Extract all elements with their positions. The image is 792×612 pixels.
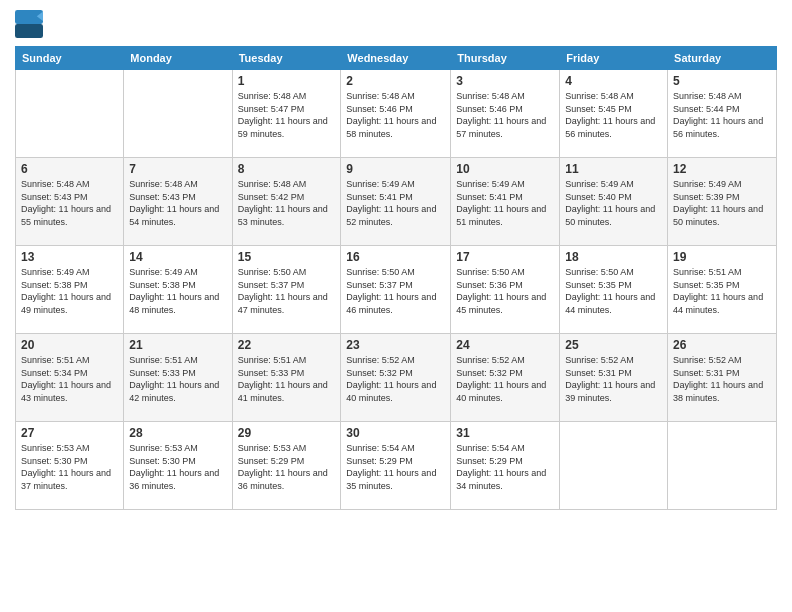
calendar-cell: 21Sunrise: 5:51 AM Sunset: 5:33 PM Dayli… (124, 334, 232, 422)
calendar-cell: 14Sunrise: 5:49 AM Sunset: 5:38 PM Dayli… (124, 246, 232, 334)
calendar-cell: 20Sunrise: 5:51 AM Sunset: 5:34 PM Dayli… (16, 334, 124, 422)
calendar-cell: 16Sunrise: 5:50 AM Sunset: 5:37 PM Dayli… (341, 246, 451, 334)
day-info: Sunrise: 5:48 AM Sunset: 5:45 PM Dayligh… (565, 90, 662, 140)
day-info: Sunrise: 5:48 AM Sunset: 5:42 PM Dayligh… (238, 178, 336, 228)
calendar-cell: 5Sunrise: 5:48 AM Sunset: 5:44 PM Daylig… (668, 70, 777, 158)
day-info: Sunrise: 5:48 AM Sunset: 5:47 PM Dayligh… (238, 90, 336, 140)
calendar-cell (16, 70, 124, 158)
day-info: Sunrise: 5:48 AM Sunset: 5:44 PM Dayligh… (673, 90, 771, 140)
day-info: Sunrise: 5:53 AM Sunset: 5:29 PM Dayligh… (238, 442, 336, 492)
day-number: 17 (456, 250, 554, 264)
calendar-week-row: 27Sunrise: 5:53 AM Sunset: 5:30 PM Dayli… (16, 422, 777, 510)
calendar-cell: 1Sunrise: 5:48 AM Sunset: 5:47 PM Daylig… (232, 70, 341, 158)
calendar-cell: 26Sunrise: 5:52 AM Sunset: 5:31 PM Dayli… (668, 334, 777, 422)
calendar-cell: 17Sunrise: 5:50 AM Sunset: 5:36 PM Dayli… (451, 246, 560, 334)
day-number: 12 (673, 162, 771, 176)
calendar-cell: 22Sunrise: 5:51 AM Sunset: 5:33 PM Dayli… (232, 334, 341, 422)
calendar-cell: 23Sunrise: 5:52 AM Sunset: 5:32 PM Dayli… (341, 334, 451, 422)
day-number: 21 (129, 338, 226, 352)
day-number: 9 (346, 162, 445, 176)
calendar-week-row: 6Sunrise: 5:48 AM Sunset: 5:43 PM Daylig… (16, 158, 777, 246)
calendar-cell: 8Sunrise: 5:48 AM Sunset: 5:42 PM Daylig… (232, 158, 341, 246)
day-number: 18 (565, 250, 662, 264)
day-number: 15 (238, 250, 336, 264)
day-info: Sunrise: 5:48 AM Sunset: 5:43 PM Dayligh… (21, 178, 118, 228)
calendar-cell: 11Sunrise: 5:49 AM Sunset: 5:40 PM Dayli… (560, 158, 668, 246)
day-number: 23 (346, 338, 445, 352)
day-info: Sunrise: 5:52 AM Sunset: 5:32 PM Dayligh… (456, 354, 554, 404)
day-info: Sunrise: 5:48 AM Sunset: 5:46 PM Dayligh… (346, 90, 445, 140)
day-info: Sunrise: 5:48 AM Sunset: 5:43 PM Dayligh… (129, 178, 226, 228)
day-number: 14 (129, 250, 226, 264)
day-info: Sunrise: 5:49 AM Sunset: 5:38 PM Dayligh… (129, 266, 226, 316)
calendar-cell (668, 422, 777, 510)
day-info: Sunrise: 5:48 AM Sunset: 5:46 PM Dayligh… (456, 90, 554, 140)
header-day: Monday (124, 47, 232, 70)
day-number: 10 (456, 162, 554, 176)
day-info: Sunrise: 5:53 AM Sunset: 5:30 PM Dayligh… (129, 442, 226, 492)
header-row: SundayMondayTuesdayWednesdayThursdayFrid… (16, 47, 777, 70)
day-number: 7 (129, 162, 226, 176)
calendar-cell (560, 422, 668, 510)
day-number: 22 (238, 338, 336, 352)
day-number: 24 (456, 338, 554, 352)
calendar-header: SundayMondayTuesdayWednesdayThursdayFrid… (16, 47, 777, 70)
calendar-cell: 15Sunrise: 5:50 AM Sunset: 5:37 PM Dayli… (232, 246, 341, 334)
day-number: 5 (673, 74, 771, 88)
calendar-table: SundayMondayTuesdayWednesdayThursdayFrid… (15, 46, 777, 510)
calendar-cell: 10Sunrise: 5:49 AM Sunset: 5:41 PM Dayli… (451, 158, 560, 246)
calendar-body: 1Sunrise: 5:48 AM Sunset: 5:47 PM Daylig… (16, 70, 777, 510)
calendar-cell: 28Sunrise: 5:53 AM Sunset: 5:30 PM Dayli… (124, 422, 232, 510)
day-number: 29 (238, 426, 336, 440)
calendar-cell: 9Sunrise: 5:49 AM Sunset: 5:41 PM Daylig… (341, 158, 451, 246)
calendar-cell: 7Sunrise: 5:48 AM Sunset: 5:43 PM Daylig… (124, 158, 232, 246)
day-number: 16 (346, 250, 445, 264)
day-info: Sunrise: 5:52 AM Sunset: 5:32 PM Dayligh… (346, 354, 445, 404)
header (15, 10, 777, 38)
calendar-cell: 27Sunrise: 5:53 AM Sunset: 5:30 PM Dayli… (16, 422, 124, 510)
calendar-cell: 2Sunrise: 5:48 AM Sunset: 5:46 PM Daylig… (341, 70, 451, 158)
day-info: Sunrise: 5:51 AM Sunset: 5:35 PM Dayligh… (673, 266, 771, 316)
header-day: Sunday (16, 47, 124, 70)
day-number: 11 (565, 162, 662, 176)
calendar-cell: 25Sunrise: 5:52 AM Sunset: 5:31 PM Dayli… (560, 334, 668, 422)
day-number: 13 (21, 250, 118, 264)
day-info: Sunrise: 5:51 AM Sunset: 5:33 PM Dayligh… (129, 354, 226, 404)
day-info: Sunrise: 5:49 AM Sunset: 5:39 PM Dayligh… (673, 178, 771, 228)
day-info: Sunrise: 5:49 AM Sunset: 5:40 PM Dayligh… (565, 178, 662, 228)
calendar-week-row: 13Sunrise: 5:49 AM Sunset: 5:38 PM Dayli… (16, 246, 777, 334)
day-info: Sunrise: 5:52 AM Sunset: 5:31 PM Dayligh… (565, 354, 662, 404)
day-info: Sunrise: 5:50 AM Sunset: 5:35 PM Dayligh… (565, 266, 662, 316)
header-day: Wednesday (341, 47, 451, 70)
day-info: Sunrise: 5:51 AM Sunset: 5:33 PM Dayligh… (238, 354, 336, 404)
day-info: Sunrise: 5:54 AM Sunset: 5:29 PM Dayligh… (346, 442, 445, 492)
svg-rect-1 (15, 24, 43, 38)
day-info: Sunrise: 5:51 AM Sunset: 5:34 PM Dayligh… (21, 354, 118, 404)
day-number: 20 (21, 338, 118, 352)
day-info: Sunrise: 5:50 AM Sunset: 5:37 PM Dayligh… (346, 266, 445, 316)
header-day: Friday (560, 47, 668, 70)
logo-icon (15, 10, 43, 38)
day-number: 6 (21, 162, 118, 176)
calendar-cell: 13Sunrise: 5:49 AM Sunset: 5:38 PM Dayli… (16, 246, 124, 334)
header-day: Saturday (668, 47, 777, 70)
calendar-cell: 19Sunrise: 5:51 AM Sunset: 5:35 PM Dayli… (668, 246, 777, 334)
day-info: Sunrise: 5:54 AM Sunset: 5:29 PM Dayligh… (456, 442, 554, 492)
page-container: SundayMondayTuesdayWednesdayThursdayFrid… (0, 0, 792, 612)
logo (15, 10, 47, 38)
calendar-week-row: 1Sunrise: 5:48 AM Sunset: 5:47 PM Daylig… (16, 70, 777, 158)
day-number: 19 (673, 250, 771, 264)
day-info: Sunrise: 5:50 AM Sunset: 5:36 PM Dayligh… (456, 266, 554, 316)
calendar-cell: 4Sunrise: 5:48 AM Sunset: 5:45 PM Daylig… (560, 70, 668, 158)
day-info: Sunrise: 5:49 AM Sunset: 5:41 PM Dayligh… (346, 178, 445, 228)
day-number: 27 (21, 426, 118, 440)
calendar-cell: 31Sunrise: 5:54 AM Sunset: 5:29 PM Dayli… (451, 422, 560, 510)
calendar-cell: 30Sunrise: 5:54 AM Sunset: 5:29 PM Dayli… (341, 422, 451, 510)
day-number: 26 (673, 338, 771, 352)
day-number: 31 (456, 426, 554, 440)
day-number: 1 (238, 74, 336, 88)
day-info: Sunrise: 5:49 AM Sunset: 5:38 PM Dayligh… (21, 266, 118, 316)
calendar-cell: 12Sunrise: 5:49 AM Sunset: 5:39 PM Dayli… (668, 158, 777, 246)
day-info: Sunrise: 5:53 AM Sunset: 5:30 PM Dayligh… (21, 442, 118, 492)
calendar-cell: 6Sunrise: 5:48 AM Sunset: 5:43 PM Daylig… (16, 158, 124, 246)
